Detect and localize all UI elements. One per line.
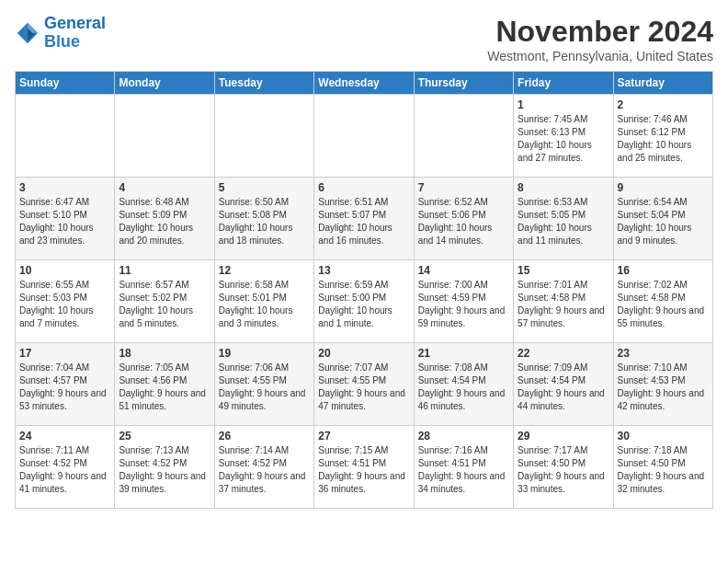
day-number: 13: [318, 264, 409, 277]
column-header-wednesday: Wednesday: [314, 72, 414, 95]
calendar-cell: 16Sunrise: 7:02 AM Sunset: 4:58 PM Dayli…: [613, 260, 712, 343]
cell-content: Sunrise: 7:00 AM Sunset: 4:59 PM Dayligh…: [418, 279, 509, 330]
calendar-cell: 10Sunrise: 6:55 AM Sunset: 5:03 PM Dayli…: [16, 260, 115, 343]
calendar-week-2: 3Sunrise: 6:47 AM Sunset: 5:10 PM Daylig…: [16, 178, 713, 260]
column-header-friday: Friday: [514, 72, 613, 95]
day-number: 10: [19, 264, 110, 277]
calendar-cell: 26Sunrise: 7:14 AM Sunset: 4:52 PM Dayli…: [214, 426, 313, 509]
cell-content: Sunrise: 7:14 AM Sunset: 4:52 PM Dayligh…: [219, 444, 310, 496]
calendar-cell: 2Sunrise: 7:46 AM Sunset: 6:12 PM Daylig…: [613, 95, 712, 178]
day-number: 16: [618, 264, 709, 277]
column-header-sunday: Sunday: [16, 72, 115, 95]
logo-blue: Blue: [44, 33, 106, 52]
cell-content: Sunrise: 6:55 AM Sunset: 5:03 PM Dayligh…: [19, 279, 110, 330]
day-number: 25: [119, 430, 210, 442]
calendar-cell: 5Sunrise: 6:50 AM Sunset: 5:08 PM Daylig…: [214, 178, 313, 260]
calendar-header-row: SundayMondayTuesdayWednesdayThursdayFrid…: [16, 72, 713, 95]
day-number: 6: [318, 181, 409, 194]
month-title: November 2024: [487, 15, 713, 49]
logo-icon: [15, 20, 40, 46]
cell-content: Sunrise: 7:10 AM Sunset: 4:53 PM Dayligh…: [618, 362, 709, 413]
cell-content: Sunrise: 7:46 AM Sunset: 6:12 PM Dayligh…: [618, 113, 709, 165]
day-number: 15: [518, 264, 609, 277]
calendar-week-5: 24Sunrise: 7:11 AM Sunset: 4:52 PM Dayli…: [16, 426, 713, 509]
cell-content: Sunrise: 7:17 AM Sunset: 4:50 PM Dayligh…: [518, 444, 609, 496]
day-number: 24: [19, 430, 110, 442]
calendar-cell: 6Sunrise: 6:51 AM Sunset: 5:07 PM Daylig…: [314, 178, 414, 260]
day-number: 2: [618, 98, 709, 111]
calendar-cell: [314, 95, 414, 178]
calendar-cell: 19Sunrise: 7:06 AM Sunset: 4:55 PM Dayli…: [214, 343, 313, 426]
cell-content: Sunrise: 7:04 AM Sunset: 4:57 PM Dayligh…: [19, 362, 110, 413]
cell-content: Sunrise: 7:07 AM Sunset: 4:55 PM Dayligh…: [318, 362, 409, 413]
calendar-cell: 11Sunrise: 6:57 AM Sunset: 5:02 PM Dayli…: [115, 260, 214, 343]
column-header-tuesday: Tuesday: [214, 72, 313, 95]
calendar-cell: [16, 95, 115, 178]
calendar-cell: 30Sunrise: 7:18 AM Sunset: 4:50 PM Dayli…: [613, 426, 712, 509]
day-number: 4: [119, 181, 210, 194]
calendar-cell: 7Sunrise: 6:52 AM Sunset: 5:06 PM Daylig…: [414, 178, 513, 260]
cell-content: Sunrise: 7:09 AM Sunset: 4:54 PM Dayligh…: [518, 362, 609, 413]
calendar-cell: 25Sunrise: 7:13 AM Sunset: 4:52 PM Dayli…: [115, 426, 214, 509]
day-number: 21: [418, 347, 509, 360]
day-number: 11: [119, 264, 210, 277]
day-number: 20: [318, 347, 409, 360]
calendar-cell: 9Sunrise: 6:54 AM Sunset: 5:04 PM Daylig…: [613, 178, 712, 260]
day-number: 19: [219, 347, 310, 360]
column-header-saturday: Saturday: [613, 72, 712, 95]
day-number: 3: [19, 181, 110, 194]
cell-content: Sunrise: 6:47 AM Sunset: 5:10 PM Dayligh…: [19, 196, 110, 247]
calendar-cell: 15Sunrise: 7:01 AM Sunset: 4:58 PM Dayli…: [514, 260, 613, 343]
calendar-cell: 14Sunrise: 7:00 AM Sunset: 4:59 PM Dayli…: [414, 260, 513, 343]
calendar-week-3: 10Sunrise: 6:55 AM Sunset: 5:03 PM Dayli…: [16, 260, 713, 343]
day-number: 8: [518, 181, 609, 194]
calendar-cell: 27Sunrise: 7:15 AM Sunset: 4:51 PM Dayli…: [314, 426, 414, 509]
day-number: 18: [119, 347, 210, 360]
calendar-cell: 28Sunrise: 7:16 AM Sunset: 4:51 PM Dayli…: [414, 426, 513, 509]
cell-content: Sunrise: 7:06 AM Sunset: 4:55 PM Dayligh…: [219, 362, 310, 413]
calendar-cell: 17Sunrise: 7:04 AM Sunset: 4:57 PM Dayli…: [16, 343, 115, 426]
cell-content: Sunrise: 6:50 AM Sunset: 5:08 PM Dayligh…: [219, 196, 310, 247]
cell-content: Sunrise: 6:53 AM Sunset: 5:05 PM Dayligh…: [518, 196, 609, 247]
calendar-cell: [214, 95, 313, 178]
calendar-week-1: 1Sunrise: 7:45 AM Sunset: 6:13 PM Daylig…: [16, 95, 713, 178]
cell-content: Sunrise: 7:11 AM Sunset: 4:52 PM Dayligh…: [19, 444, 110, 496]
calendar-cell: 12Sunrise: 6:58 AM Sunset: 5:01 PM Dayli…: [214, 260, 313, 343]
day-number: 29: [518, 430, 609, 442]
day-number: 28: [418, 430, 509, 442]
cell-content: Sunrise: 7:15 AM Sunset: 4:51 PM Dayligh…: [318, 444, 409, 496]
calendar-cell: [115, 95, 214, 178]
calendar-cell: 4Sunrise: 6:48 AM Sunset: 5:09 PM Daylig…: [115, 178, 214, 260]
day-number: 14: [418, 264, 509, 277]
cell-content: Sunrise: 6:54 AM Sunset: 5:04 PM Dayligh…: [618, 196, 709, 247]
day-number: 9: [618, 181, 709, 194]
cell-content: Sunrise: 6:59 AM Sunset: 5:00 PM Dayligh…: [318, 279, 409, 330]
cell-content: Sunrise: 7:08 AM Sunset: 4:54 PM Dayligh…: [418, 362, 509, 413]
cell-content: Sunrise: 7:18 AM Sunset: 4:50 PM Dayligh…: [618, 444, 709, 496]
cell-content: Sunrise: 6:57 AM Sunset: 5:02 PM Dayligh…: [119, 279, 210, 330]
calendar-cell: [414, 95, 513, 178]
calendar-body: 1Sunrise: 7:45 AM Sunset: 6:13 PM Daylig…: [16, 95, 713, 509]
cell-content: Sunrise: 7:02 AM Sunset: 4:58 PM Dayligh…: [618, 279, 709, 330]
cell-content: Sunrise: 7:01 AM Sunset: 4:58 PM Dayligh…: [518, 279, 609, 330]
day-number: 22: [518, 347, 609, 360]
cell-content: Sunrise: 7:16 AM Sunset: 4:51 PM Dayligh…: [418, 444, 509, 496]
calendar-cell: 8Sunrise: 6:53 AM Sunset: 5:05 PM Daylig…: [514, 178, 613, 260]
calendar-cell: 24Sunrise: 7:11 AM Sunset: 4:52 PM Dayli…: [16, 426, 115, 509]
title-block: November 2024 Westmont, Pennsylvania, Un…: [487, 15, 713, 63]
cell-content: Sunrise: 6:48 AM Sunset: 5:09 PM Dayligh…: [119, 196, 210, 247]
cell-content: Sunrise: 6:51 AM Sunset: 5:07 PM Dayligh…: [318, 196, 409, 247]
logo: General Blue: [15, 15, 106, 52]
cell-content: Sunrise: 7:45 AM Sunset: 6:13 PM Dayligh…: [518, 113, 609, 165]
logo-general: General: [44, 14, 106, 32]
day-number: 27: [318, 430, 409, 442]
calendar-cell: 13Sunrise: 6:59 AM Sunset: 5:00 PM Dayli…: [314, 260, 414, 343]
day-number: 5: [219, 181, 310, 194]
day-number: 12: [219, 264, 310, 277]
cell-content: Sunrise: 7:05 AM Sunset: 4:56 PM Dayligh…: [119, 362, 210, 413]
calendar-cell: 18Sunrise: 7:05 AM Sunset: 4:56 PM Dayli…: [115, 343, 214, 426]
day-number: 17: [19, 347, 110, 360]
cell-content: Sunrise: 6:52 AM Sunset: 5:06 PM Dayligh…: [418, 196, 509, 247]
calendar-cell: 1Sunrise: 7:45 AM Sunset: 6:13 PM Daylig…: [514, 95, 613, 178]
day-number: 1: [518, 98, 609, 111]
